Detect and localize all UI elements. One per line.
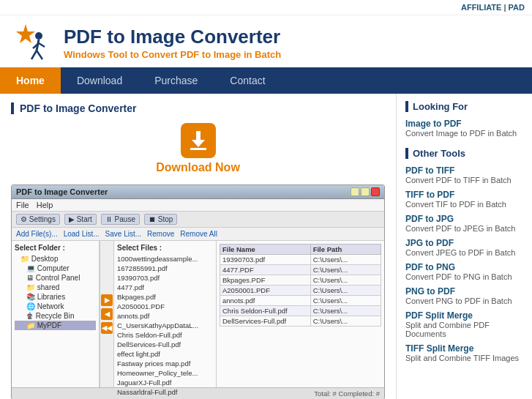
list-item[interactable]: annots.pdf <box>117 311 213 321</box>
list-item[interactable]: effect light.pdf <box>117 349 213 359</box>
list-item[interactable]: Chris Seldon-Full.pdf <box>117 330 213 340</box>
list-item[interactable]: C_UsersKathyAppDataL... <box>117 321 213 330</box>
table-row: 19390703.pdfC:\Users\... <box>220 255 381 265</box>
content: PDF to Image Converter Download Now PDF … <box>0 94 532 399</box>
pad-link[interactable]: PAD <box>509 3 525 12</box>
col-filepath: File Path <box>310 245 381 255</box>
col-filename: File Name <box>220 245 311 255</box>
app-toolbar: ⚙ Settings ▶ Start ⏸ Pause ⏹ Stop <box>12 212 384 228</box>
menu-file[interactable]: File <box>16 201 29 209</box>
header: PDF to Image Converter Windows Tool to C… <box>0 15 532 67</box>
list-item[interactable]: Nassarldral-Full.pdf <box>117 387 213 397</box>
file-table-panel: File Name File Path 19390703.pdfC:\Users… <box>217 241 384 387</box>
download-svg <box>187 130 209 152</box>
other-tools-title: Other Tools <box>405 148 523 159</box>
add-files-link[interactable]: Add File(s)... <box>16 230 58 238</box>
list-item[interactable]: 1000wettingdeassample... <box>117 254 213 264</box>
download-icon-wrap <box>181 123 216 160</box>
nav: Home Download Purchase Contact <box>0 67 532 94</box>
load-list-link[interactable]: Load List... <box>64 230 100 238</box>
sidebar-link-pdf-split-merge: PDF Split Merge Split and Combine PDF Do… <box>405 310 523 338</box>
list-item[interactable]: DellServices-Full.pdf <box>117 340 213 349</box>
table-row: annots.pdfC:\Users\... <box>220 296 381 306</box>
pause-button[interactable]: ⏸ Pause <box>101 214 140 225</box>
folder-libraries[interactable]: 📚 Libraries <box>15 292 96 302</box>
header-text: PDF to Image Converter Windows Tool to C… <box>64 26 281 59</box>
pdf-to-tiff-link[interactable]: PDF to TIFF <box>405 165 454 176</box>
remove-all-link[interactable]: Remove All <box>180 230 217 238</box>
start-button[interactable]: ▶ Start <box>64 214 97 225</box>
site-tagline: Windows Tool to Convert PDF to Image in … <box>64 49 281 60</box>
png-to-pdf-link[interactable]: PNG to PDF <box>405 286 455 297</box>
svg-rect-9 <box>190 148 206 150</box>
arrow-left[interactable]: ◀ <box>101 308 113 320</box>
pdf-to-tiff-desc: Convert PDF to TIFF in Batch <box>405 176 523 184</box>
stop-button[interactable]: ⏹ Stop <box>144 214 177 225</box>
list-item[interactable]: Homeowner_Policy_tele... <box>117 368 213 378</box>
file-table: File Name File Path 19390703.pdfC:\Users… <box>220 244 381 327</box>
nav-arrows: ▶ ◀ ◀◀ <box>100 241 114 387</box>
table-row: Bkpages.PDFC:\Users\... <box>220 275 381 286</box>
svg-line-6 <box>39 43 45 47</box>
maximize-button[interactable] <box>361 187 370 196</box>
folder-control-panel[interactable]: 🖥 Control Panel <box>15 273 96 283</box>
download-now-button[interactable]: Download Now <box>11 161 385 174</box>
table-row: Chris Seldon-Full.pdfC:\Users\... <box>220 306 381 316</box>
folder-mypdf[interactable]: 📁 MyPDF <box>15 321 96 330</box>
folder-network[interactable]: 🌐 Network <box>15 302 96 311</box>
affiliate-link[interactable]: AFFILIATE <box>461 3 501 12</box>
sidebar-link-tiff-split-merge: TIFF Split Merge Split and Combine TIFF … <box>405 343 523 362</box>
list-item[interactable]: Bkpages.pdf <box>117 292 213 302</box>
separator: | <box>501 3 508 12</box>
folder-shared[interactable]: 📁 shared <box>15 283 96 292</box>
save-list-link[interactable]: Save List... <box>105 230 141 238</box>
settings-button[interactable]: ⚙ Settings <box>16 214 60 225</box>
download-area: Download Now <box>11 123 385 174</box>
sidebar-other-tools: Other Tools PDF to TIFF Convert PDF to T… <box>405 148 523 362</box>
menu-help[interactable]: Help <box>37 201 53 209</box>
download-icon <box>181 123 216 158</box>
tiff-to-pdf-link[interactable]: TIFF to PDF <box>405 190 454 200</box>
select-folder-label: Select Folder : <box>15 244 96 252</box>
app-window-buttons <box>351 187 380 196</box>
folder-desktop[interactable]: 📁 Desktop <box>15 254 96 264</box>
list-item[interactable]: 4477.pdf <box>117 283 213 292</box>
svg-rect-7 <box>196 131 201 141</box>
jpg-to-pdf-link[interactable]: JPG to PDF <box>405 238 454 248</box>
folder-panel: Select Folder : 📁 Desktop 💻 Computer 🖥 C… <box>12 241 100 387</box>
list-item[interactable]: 19390703.pdf <box>117 273 213 283</box>
image-to-pdf-desc: Convert Image to PDF in Batch <box>405 129 523 138</box>
arrow-left2[interactable]: ◀◀ <box>101 322 113 334</box>
app-body: Select Folder : 📁 Desktop 💻 Computer 🖥 C… <box>12 241 384 387</box>
sidebar-link-jpg-to-pdf: JPG to PDF Convert JPEG to PDF in Batch <box>405 237 523 257</box>
pdf-to-png-link[interactable]: PDF to PNG <box>405 262 455 272</box>
tiff-to-pdf-desc: Convert TIF to PDF in Batch <box>405 200 523 209</box>
remove-link[interactable]: Remove <box>147 230 174 238</box>
folder-tree: 📁 Desktop 💻 Computer 🖥 Control Panel 📁 s… <box>15 254 96 330</box>
main-content: PDF to Image Converter Download Now PDF … <box>0 94 397 399</box>
minimize-button[interactable] <box>351 187 359 196</box>
arrow-right[interactable]: ▶ <box>101 294 113 306</box>
app-menubar: File Help <box>12 199 384 212</box>
folder-recycle[interactable]: 🗑 Recycle Bin <box>15 311 96 321</box>
table-row: A2050001.PDFC:\Users\... <box>220 286 381 296</box>
list-item[interactable]: 1672855991.pdf <box>117 264 213 273</box>
folder-computer[interactable]: 💻 Computer <box>15 264 96 273</box>
close-button[interactable] <box>371 187 380 196</box>
nav-contact[interactable]: Contact <box>214 67 281 94</box>
app-screenshot: PDF to Image Converter File Help ⚙ Setti… <box>11 184 385 399</box>
tiff-split-merge-link[interactable]: TIFF Split Merge <box>405 343 473 354</box>
top-bar: AFFILIATE | PAD <box>0 0 532 15</box>
list-item[interactable]: A2050001.PDF <box>117 302 213 311</box>
list-item[interactable]: JaguarXJ-Full.pdf <box>117 378 213 387</box>
pdf-to-jpg-desc: Convert PDF to JPEG in Batch <box>405 224 523 233</box>
nav-purchase[interactable]: Purchase <box>138 67 214 94</box>
table-row: 4477.PDFC:\Users\... <box>220 265 381 275</box>
pdf-split-merge-link[interactable]: PDF Split Merge <box>405 310 473 321</box>
image-to-pdf-link[interactable]: Image to PDF <box>405 119 462 129</box>
nav-home[interactable]: Home <box>0 67 61 94</box>
nav-download[interactable]: Download <box>61 67 138 94</box>
svg-line-4 <box>37 51 42 59</box>
list-item[interactable]: Fastway prices map.pdf <box>117 359 213 368</box>
pdf-to-jpg-link[interactable]: PDF to JPG <box>405 214 454 224</box>
